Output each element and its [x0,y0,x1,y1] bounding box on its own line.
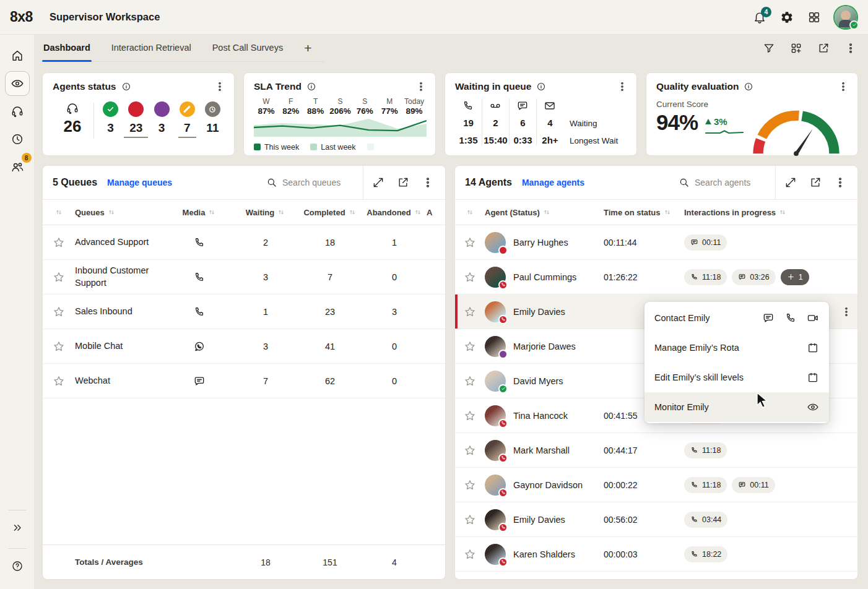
favorite-star[interactable] [464,410,476,422]
col-waiting[interactable]: Waiting [246,208,285,217]
agents-search[interactable] [679,177,775,188]
card-menu-button[interactable] [838,81,849,92]
col-time-on-status[interactable]: Time on status [604,208,684,217]
add-widget-icon [790,42,802,54]
row-more-button[interactable] [841,306,852,317]
apps-button[interactable] [807,11,821,24]
user-avatar[interactable] [835,6,857,28]
agent-row[interactable]: Mark Marshall 00:44:17 11:18 [455,433,857,468]
queue-row[interactable]: Mobile Chat 3 41 0 [43,329,445,364]
search-agents-input[interactable] [695,178,768,187]
queues-search[interactable] [266,177,363,188]
more-interactions-chip: 1 [781,269,809,285]
queue-row[interactable]: Sales Inbound 1 23 3 [43,294,445,329]
queues-count-title: 5 Queues [53,177,97,188]
favorite-star[interactable] [53,375,65,387]
agent-row[interactable]: Gaynor Davidson 00:00:22 11:18 00:11 [455,468,857,502]
status-busy[interactable]: 23 [123,101,149,138]
favorite-star[interactable] [53,306,65,318]
menu-item-contact[interactable]: Contact Emily [644,303,829,333]
queue-row[interactable]: Advanced Support 2 18 1 [43,225,445,260]
pop-out-panel-button[interactable] [397,176,409,189]
chat-icon[interactable] [762,312,775,324]
sort-favorites[interactable] [54,208,63,217]
queue-channel-email: 4 2h+ [537,98,563,145]
pop-out-button[interactable] [817,42,830,54]
pop-out-panel-button[interactable] [809,176,822,189]
tab-interaction-retrieval[interactable]: Interaction Retrieval [111,35,191,62]
favorite-star[interactable] [464,236,476,249]
queue-row[interactable]: Webchat 7 62 0 [43,364,445,398]
notifications-button[interactable]: 4 [753,11,766,24]
favorite-star[interactable] [464,548,476,561]
status-wrapup[interactable]: 11 [200,101,225,134]
tab-post-call-surveys[interactable]: Post Call Surveys [212,35,283,62]
favorite-star[interactable] [464,306,476,318]
sort-favorites[interactable] [466,208,474,217]
agent-row[interactable]: Karen Shalders 00:00:03 18:22 [455,537,857,572]
kebab-icon [415,81,427,92]
col-queues[interactable]: Queues [75,208,165,217]
queue-row[interactable]: Inbound Customer Support 3 7 0 [43,260,445,294]
people-icon [11,160,24,174]
status-available[interactable]: 3 [98,101,123,134]
col-completed[interactable]: Completed [303,208,356,217]
card-menu-button[interactable] [617,81,628,92]
card-menu-button[interactable] [214,81,225,92]
expand-icon [372,176,384,189]
agent-row[interactable]: Barry Hughes 00:11:44 00:11 [455,225,857,260]
video-icon[interactable] [807,312,819,324]
status-on-call-badge [498,280,508,290]
favorite-star[interactable] [464,514,476,526]
nav-agent[interactable] [5,99,30,124]
phone-icon[interactable] [784,312,797,324]
info-icon[interactable] [744,82,753,92]
agent-row[interactable]: Emily Davies 00:56:02 03:44 [455,502,857,537]
col-agent-status[interactable]: Agent (Status) [485,208,604,217]
queues-totals-row: Totals / Averages 18 151 4 [43,544,445,579]
help-button[interactable] [5,554,30,578]
card-menu-button[interactable] [415,81,427,92]
panel-more-button[interactable] [834,176,846,189]
settings-button[interactable] [780,11,794,24]
info-icon[interactable] [306,82,316,92]
tab-dashboard[interactable]: Dashboard [43,35,90,62]
info-icon[interactable] [536,82,546,92]
menu-item-manage-rota[interactable]: Manage Emily’s Rota [644,333,829,363]
agent-row[interactable]: Paul Cummings 01:26:22 11:18 03:26 1 [455,260,857,294]
more-options-button[interactable] [844,42,857,54]
manage-queues-link[interactable]: Manage queues [107,178,172,187]
nav-people[interactable]: 8 [5,155,30,179]
collapse-expand-button[interactable] [5,515,30,540]
col-abandoned[interactable]: Abandoned [367,208,422,217]
info-icon[interactable] [121,82,131,92]
favorite-star[interactable] [464,271,476,283]
nav-home[interactable] [5,43,30,68]
status-away[interactable]: 7 [175,101,200,138]
nav-supervisor[interactable] [5,71,30,96]
panel-more-button[interactable] [422,176,434,189]
queue-channel-phone: 19 1:35 [455,98,482,145]
menu-item-monitor[interactable]: Monitor Emily [644,392,829,422]
favorite-star[interactable] [464,444,476,457]
add-widget-button[interactable] [790,42,802,54]
favorite-star[interactable] [53,340,65,353]
status-dnd[interactable]: 3 [149,101,174,134]
expand-panel-button[interactable] [372,176,384,189]
search-queues-input[interactable] [282,178,355,187]
col-interactions[interactable]: Interactions in progress [684,208,835,217]
menu-item-edit-skills[interactable]: Edit Emily’s skill levels [644,363,829,392]
favorite-star[interactable] [464,479,476,491]
favorite-star[interactable] [53,271,65,283]
favorite-star[interactable] [464,340,476,353]
nav-history[interactable] [5,127,30,152]
chat-interaction-chip: 00:11 [684,234,727,251]
favorite-star[interactable] [53,236,65,249]
expand-panel-button[interactable] [784,176,797,189]
avatar [485,405,506,426]
filter-button[interactable] [763,42,775,54]
add-tab-button[interactable]: + [304,41,311,56]
favorite-star[interactable] [464,375,476,387]
manage-agents-link[interactable]: Manage agents [522,178,584,187]
col-media[interactable]: Media [183,208,217,217]
